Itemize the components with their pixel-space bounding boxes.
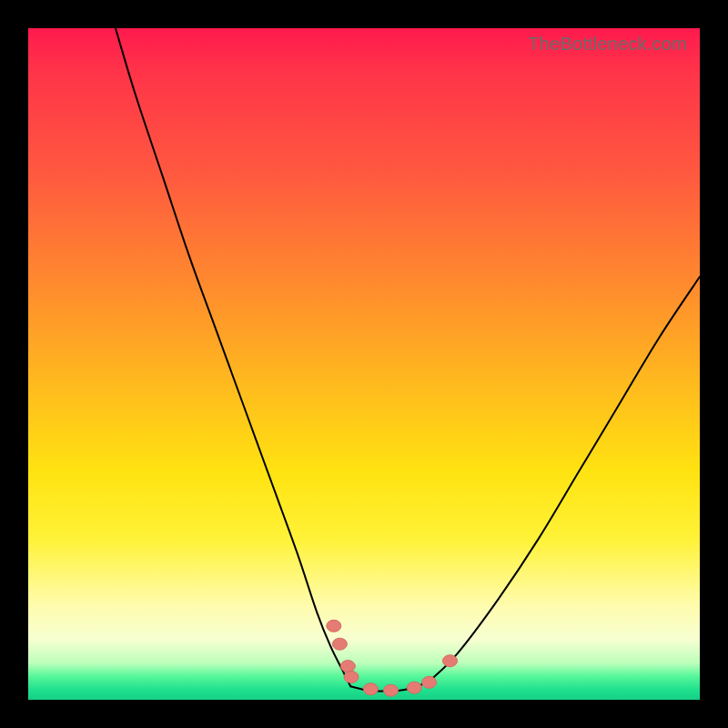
marker-bead (443, 655, 458, 667)
plot-area: TheBottleneck.com (28, 28, 700, 700)
chart-svg (28, 28, 700, 700)
marker-bead (422, 676, 437, 688)
marker-bead (344, 671, 359, 682)
marker-bead (407, 682, 421, 693)
marker-group (327, 620, 458, 696)
curve-left-branch (116, 28, 350, 686)
curve-right-branch (431, 277, 700, 680)
marker-bead (332, 638, 347, 650)
marker-bead (384, 684, 399, 696)
marker-bead (327, 620, 341, 632)
marker-bead (340, 661, 355, 672)
marker-bead (363, 683, 378, 695)
chart-frame: TheBottleneck.com (0, 0, 728, 728)
